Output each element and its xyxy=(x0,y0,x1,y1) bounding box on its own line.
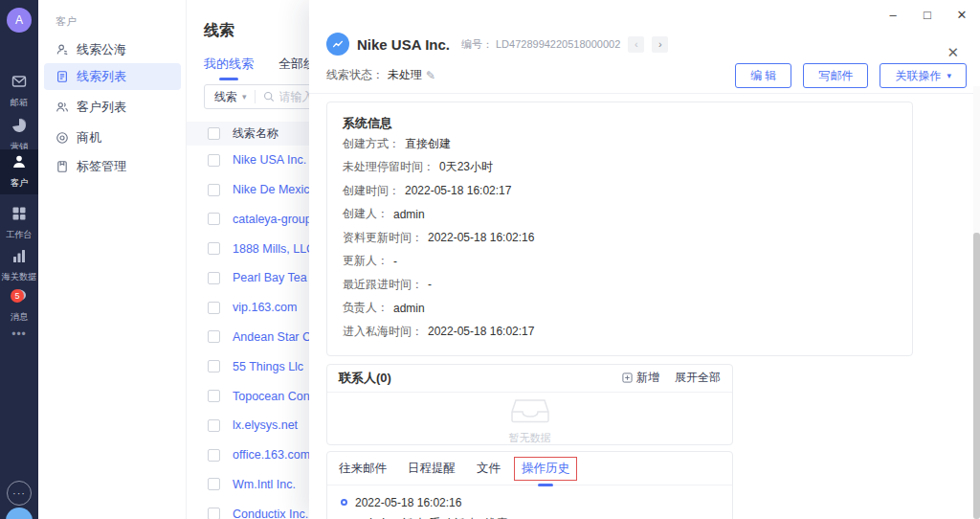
lead-name-link[interactable]: 1888 Mills, LLC xyxy=(233,242,315,256)
panel-close-icon[interactable]: ✕ xyxy=(947,44,959,61)
support-chat-icon[interactable] xyxy=(6,508,33,519)
row-checkbox[interactable] xyxy=(208,478,220,490)
timeline-entry-time-row: 2022-05-18 16:02:16 xyxy=(341,496,721,509)
lead-title: Nike USA Inc. xyxy=(357,36,450,53)
edit-button[interactable]: 编 辑 xyxy=(735,63,791,88)
related-ops-label: 关联操作 xyxy=(895,68,941,84)
related-ops-button[interactable]: 关联操作▾ xyxy=(880,63,967,88)
expand-all-button[interactable]: 展开全部 xyxy=(675,370,721,386)
lead-name-link[interactable]: office.163.com xyxy=(233,448,310,462)
help-icon[interactable]: ··· xyxy=(7,481,32,506)
lead-status-row: 线索状态： 未处理 ✎ xyxy=(326,67,435,83)
field-row: 负责人：admin xyxy=(343,297,897,321)
app-nav-messages[interactable]: 5 消息 xyxy=(0,283,38,328)
sidebar-item-label: 线索公海 xyxy=(77,41,126,58)
sidebar-item-lead-pool[interactable]: 线索公海 xyxy=(38,36,187,63)
select-all-checkbox[interactable] xyxy=(208,127,220,140)
row-checkbox[interactable] xyxy=(208,449,220,462)
row-checkbox[interactable] xyxy=(208,330,220,343)
scrollbar-thumb[interactable] xyxy=(973,233,980,519)
person-icon xyxy=(11,154,27,173)
row-checkbox[interactable] xyxy=(208,419,220,432)
sidebar-item-tag-management[interactable]: 标签管理 xyxy=(38,153,187,180)
lead-trend-icon xyxy=(326,33,349,56)
sidebar-item-lead-list[interactable]: 线索列表 xyxy=(44,63,181,90)
row-checkbox[interactable] xyxy=(208,242,220,255)
lead-name-link[interactable]: 55 Things Llc xyxy=(233,360,303,373)
next-lead-button[interactable]: › xyxy=(652,36,668,53)
bar-chart-icon xyxy=(11,248,27,267)
app-nav-customers[interactable]: 客户 xyxy=(0,149,38,194)
app-nav-customs-data[interactable]: 海关数据 xyxy=(0,243,38,288)
app-nav-mail[interactable]: 邮箱 xyxy=(0,69,38,114)
window-close-icon[interactable]: ✕ xyxy=(953,6,970,23)
row-checkbox[interactable] xyxy=(208,154,220,167)
column-header-lead-name: 线索名称 xyxy=(233,125,278,142)
system-info-title: 系统信息 xyxy=(343,115,897,132)
edit-status-icon[interactable]: ✎ xyxy=(426,69,435,82)
status-value: 未处理 xyxy=(388,67,422,83)
timeline-time: 2022-05-18 16:02:16 xyxy=(355,496,461,509)
tab-my-leads[interactable]: 我的线索 xyxy=(204,56,254,80)
field-row: 进入私海时间：2022-05-18 16:02:17 xyxy=(343,320,897,344)
write-mail-button[interactable]: 写邮件 xyxy=(803,63,868,88)
field-row: 创建时间：2022-05-18 16:02:17 xyxy=(343,179,897,203)
caret-down-icon: ▾ xyxy=(947,71,951,80)
row-checkbox[interactable] xyxy=(208,302,220,314)
sidebar-item-label: 线索列表 xyxy=(77,68,126,85)
app-nav-workbench[interactable]: 工作台 xyxy=(0,201,38,246)
window-minimize-icon[interactable]: – xyxy=(884,6,902,23)
row-checkbox[interactable] xyxy=(208,508,220,519)
sidebar-item-customer-list[interactable]: 客户列表 xyxy=(38,94,187,121)
search-filter-label: 线索 xyxy=(214,89,237,105)
person-waves-icon xyxy=(56,43,69,56)
tab-emails[interactable]: 往来邮件 xyxy=(339,461,387,477)
row-checkbox[interactable] xyxy=(208,213,220,225)
more-icon[interactable]: ••• xyxy=(0,327,38,341)
search-icon xyxy=(263,91,275,102)
people-icon xyxy=(56,101,69,114)
detail-actions: 编 辑 写邮件 关联操作▾ xyxy=(735,63,967,88)
lead-name-link[interactable]: lx.elysys.net xyxy=(233,418,298,432)
lead-name-link[interactable]: vip.163.com xyxy=(233,301,297,314)
tab-schedule-reminders[interactable]: 日程提醒 xyxy=(408,461,456,477)
sidebar-item-opportunity[interactable]: 商机 xyxy=(38,124,187,151)
field-row: 创建方式：直接创建 xyxy=(343,132,897,156)
app-nav-label: 海关数据 xyxy=(2,271,37,283)
message-badge: 5 xyxy=(11,289,24,303)
timeline-user: admin xyxy=(359,516,391,519)
panel-scrollbar[interactable] xyxy=(973,86,980,519)
write-mail-button-label: 写邮件 xyxy=(818,68,853,84)
timeline-entry-detail: admin 新建(手动新建) 线索 xyxy=(359,516,721,519)
status-label: 线索状态： xyxy=(326,67,384,83)
tab-operation-history[interactable]: 操作历史 xyxy=(514,457,577,481)
row-checkbox[interactable] xyxy=(208,272,220,284)
system-info-card: 系统信息 创建方式：直接创建 未处理停留时间：0天23小时 创建时间：2022-… xyxy=(326,102,913,356)
row-checkbox[interactable] xyxy=(208,184,220,196)
activity-tabs: 往来邮件 日程提醒 文件 操作历史 xyxy=(327,452,732,485)
add-contact-label: 新增 xyxy=(636,370,659,386)
sidebar-item-label: 标签管理 xyxy=(77,158,126,175)
search-filter-dropdown[interactable]: 线索 ▾ xyxy=(205,89,255,105)
list-doc-icon xyxy=(56,70,69,83)
timeline-bullet-icon xyxy=(341,499,347,506)
contacts-empty-state: 暂无数据 xyxy=(327,393,732,444)
lead-name-link[interactable]: Wm.Intl Inc. xyxy=(233,478,296,491)
tab-files[interactable]: 文件 xyxy=(477,461,501,477)
lead-code: LD4728994220518000002 xyxy=(496,38,620,50)
prev-lead-button[interactable]: ‹ xyxy=(628,36,644,53)
row-checkbox[interactable] xyxy=(208,360,220,372)
avatar[interactable]: A xyxy=(7,8,32,33)
timeline-action: 新建(手动新建) 线索 xyxy=(401,516,508,519)
contacts-title: 联系人(0) xyxy=(339,370,391,387)
row-checkbox[interactable] xyxy=(208,390,220,402)
app-nav-label: 邮箱 xyxy=(11,97,28,109)
lead-name-link[interactable]: Conductix Inc. xyxy=(233,508,308,519)
field-row: 资料更新时间：2022-05-18 16:02:16 xyxy=(343,226,897,250)
edit-button-label: 编 辑 xyxy=(750,68,776,84)
lead-detail-panel: ✕ Nike USA Inc. 编号： LD472899422051800000… xyxy=(309,0,980,519)
lead-name-link[interactable]: Nike USA Inc. xyxy=(233,153,306,167)
sidebar-item-label: 商机 xyxy=(77,129,101,147)
window-maximize-icon[interactable]: □ xyxy=(919,6,936,23)
add-contact-button[interactable]: 新增 xyxy=(622,370,659,386)
